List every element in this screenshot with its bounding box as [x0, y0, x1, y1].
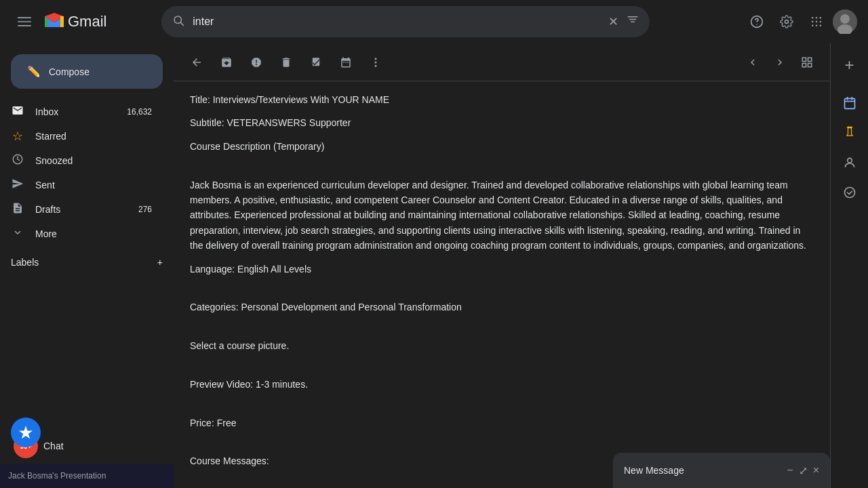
new-message-bar[interactable]: New Message − ⤢ × [613, 453, 830, 488]
svg-point-15 [812, 25, 814, 27]
menu-button[interactable] [11, 8, 38, 35]
more-options-button[interactable] [363, 50, 388, 75]
svg-rect-37 [808, 63, 812, 66]
compose-button[interactable]: ✏️ Compose [11, 54, 163, 89]
email-select-course-picture: Select a course picture. [190, 338, 814, 353]
apps-button[interactable] [803, 8, 830, 35]
drafts-badge: 276 [138, 205, 152, 214]
inbox-badge: 16,632 [127, 107, 152, 117]
search-input[interactable]: inter [193, 16, 600, 28]
report-spam-button[interactable] [244, 50, 269, 75]
svg-point-14 [820, 21, 822, 23]
email-body[interactable]: Title: Interviews/Texterviews With YOUR … [174, 81, 830, 488]
svg-rect-35 [808, 58, 812, 61]
contacts-icon-button[interactable] [836, 149, 863, 176]
snooze-button[interactable] [334, 50, 358, 75]
toolbar-right [741, 50, 819, 75]
prev-email-button[interactable] [741, 50, 765, 75]
email-categories-line: Categories: Personal Development and Per… [190, 300, 814, 314]
drafts-icon [11, 202, 24, 218]
svg-point-13 [816, 21, 818, 23]
svg-point-29 [847, 158, 852, 163]
svg-line-5 [181, 22, 184, 25]
sent-icon [11, 178, 24, 193]
labels-section: Labels + [0, 251, 174, 273]
back-button[interactable] [184, 50, 209, 75]
svg-point-10 [816, 17, 818, 19]
email-preview-video: Preview Video: 1-3 minutes. [190, 377, 814, 392]
starred-label: Starred [35, 131, 66, 142]
search-clear-button[interactable]: ✕ [608, 14, 618, 29]
more-icon [11, 226, 24, 242]
inbox-icon [11, 104, 24, 120]
search-bar: inter ✕ [161, 6, 650, 37]
starred-icon: ☆ [11, 129, 24, 144]
search-filter-button[interactable] [627, 14, 639, 30]
sidebar-item-more[interactable]: More [0, 222, 163, 246]
top-bar: Gmail inter ✕ [0, 0, 868, 43]
view-toggle-button[interactable] [795, 50, 819, 75]
svg-rect-36 [802, 63, 806, 66]
svg-point-8 [785, 20, 788, 24]
sent-label: Sent [35, 180, 55, 190]
top-bar-right [743, 8, 857, 35]
sidebar-item-inbox[interactable]: Inbox 16,632 [0, 100, 163, 124]
labels-add-button[interactable]: + [157, 257, 163, 268]
svg-rect-0 [18, 17, 31, 18]
email-price-line: Price: Free [190, 415, 814, 430]
help-button[interactable] [743, 8, 770, 35]
new-message-minimize[interactable]: − [787, 464, 793, 477]
svg-point-30 [844, 188, 854, 198]
sidebar-item-sent[interactable]: Sent [0, 173, 163, 197]
svg-point-32 [375, 61, 377, 63]
labels-title: Labels [11, 257, 39, 268]
archive-button[interactable] [214, 50, 239, 75]
svg-point-11 [820, 17, 822, 19]
svg-point-31 [375, 58, 377, 60]
svg-point-16 [816, 25, 818, 27]
svg-point-17 [820, 25, 822, 27]
svg-rect-1 [18, 21, 31, 22]
email-body-paragraph: Jack Bosma is an experienced curriculum … [190, 178, 814, 253]
new-message-actions: − ⤢ × [787, 464, 819, 477]
svg-point-12 [812, 21, 814, 23]
inbox-label: Inbox [35, 106, 58, 117]
email-title-line: Title: Interviews/Texterviews With YOUR … [190, 92, 814, 107]
taskbar: Jack Bosma's Presentation [0, 464, 174, 488]
svg-point-33 [375, 64, 377, 66]
keep-icon-button[interactable] [836, 119, 863, 146]
add-app-button[interactable]: + [836, 52, 863, 79]
email-subtitle-line: Subtitle: VETERANSWERS Supporter [190, 115, 814, 130]
sidebar-item-starred[interactable]: ☆ Starred [0, 124, 163, 148]
svg-rect-28 [846, 127, 852, 128]
settings-button[interactable] [773, 8, 800, 35]
sparkle-button[interactable] [11, 418, 41, 447]
taskbar-label: Jack Bosma's Presentation [8, 471, 106, 481]
sidebar-item-snoozed[interactable]: Snoozed [0, 148, 163, 173]
svg-rect-34 [802, 58, 806, 61]
email-toolbar [174, 43, 830, 81]
svg-point-9 [812, 17, 814, 19]
gmail-text: Gmail [68, 13, 106, 30]
email-language-line: Language: English All Levels [190, 262, 814, 277]
chat-label: Chat [43, 441, 64, 451]
search-icon [172, 14, 184, 30]
svg-rect-2 [18, 25, 31, 26]
mark-unread-button[interactable] [304, 50, 328, 75]
tasks-icon-button[interactable] [836, 179, 863, 206]
email-course-desc-label: Course Description (Temporary) [190, 139, 814, 154]
compose-label: Compose [49, 66, 90, 77]
next-email-button[interactable] [768, 50, 792, 75]
new-message-close[interactable]: × [813, 464, 819, 477]
user-avatar[interactable] [833, 9, 857, 34]
svg-point-7 [757, 24, 757, 25]
new-message-title: New Message [624, 465, 781, 476]
delete-button[interactable] [274, 50, 298, 75]
svg-line-23 [18, 159, 19, 161]
compose-icon: ✏️ [27, 65, 41, 78]
sidebar-item-drafts[interactable]: Drafts 276 [0, 197, 163, 222]
calendar-icon-button[interactable] [836, 89, 863, 117]
drafts-label: Drafts [35, 204, 60, 215]
new-message-maximize[interactable]: ⤢ [799, 464, 808, 477]
snoozed-icon [11, 153, 24, 169]
